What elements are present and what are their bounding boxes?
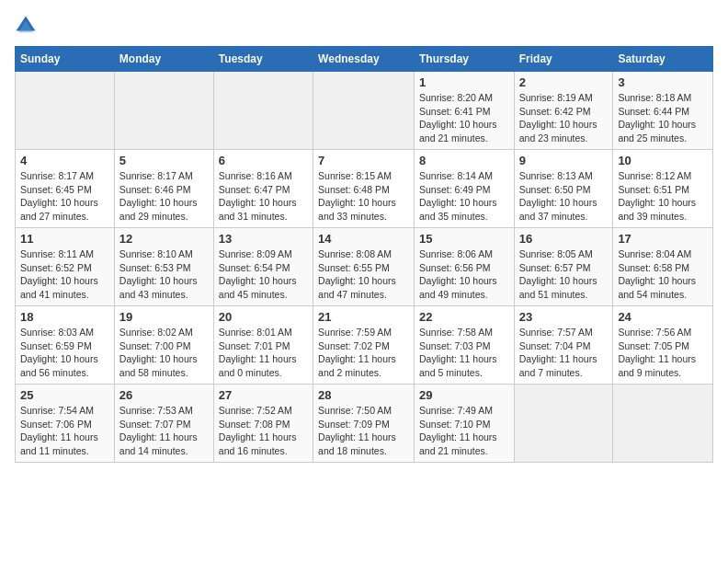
day-details: Sunrise: 8:13 AM Sunset: 6:50 PM Dayligh… [519,169,609,224]
calendar-week-row: 18Sunrise: 8:03 AM Sunset: 6:59 PM Dayli… [16,306,713,385]
day-details: Sunrise: 7:59 AM Sunset: 7:02 PM Dayligh… [318,326,409,380]
calendar-cell: 10Sunrise: 8:12 AM Sunset: 6:51 PM Dayli… [613,150,713,228]
day-number: 15 [419,232,509,246]
day-number: 4 [20,154,109,167]
day-number: 11 [20,232,109,246]
day-details: Sunrise: 8:15 AM Sunset: 6:48 PM Dayligh… [318,169,409,224]
calendar-week-row: 1Sunrise: 8:20 AM Sunset: 6:41 PM Daylig… [16,72,713,150]
day-details: Sunrise: 8:16 AM Sunset: 6:47 PM Dayligh… [219,169,308,224]
day-details: Sunrise: 8:18 AM Sunset: 6:44 PM Dayligh… [618,91,708,145]
calendar-cell: 13Sunrise: 8:09 AM Sunset: 6:54 PM Dayli… [213,228,313,306]
calendar-cell: 21Sunrise: 7:59 AM Sunset: 7:02 PM Dayli… [313,306,415,385]
day-number: 27 [219,388,308,402]
calendar-cell [213,72,313,150]
calendar-cell: 8Sunrise: 8:14 AM Sunset: 6:49 PM Daylig… [414,150,514,228]
calendar-cell: 23Sunrise: 7:57 AM Sunset: 7:04 PM Dayli… [514,306,613,385]
calendar-cell: 20Sunrise: 8:01 AM Sunset: 7:01 PM Dayli… [213,306,313,385]
day-number: 22 [419,310,509,324]
day-details: Sunrise: 8:17 AM Sunset: 6:46 PM Dayligh… [119,169,209,224]
calendar-week-row: 4Sunrise: 8:17 AM Sunset: 6:45 PM Daylig… [16,150,713,228]
day-number: 28 [318,388,409,402]
calendar-week-row: 25Sunrise: 7:54 AM Sunset: 7:06 PM Dayli… [16,385,713,463]
day-details: Sunrise: 7:53 AM Sunset: 7:07 PM Dayligh… [119,404,209,458]
day-number: 21 [318,310,409,324]
day-details: Sunrise: 8:14 AM Sunset: 6:49 PM Dayligh… [419,169,509,224]
calendar-cell [613,385,713,463]
day-number: 23 [519,310,609,324]
day-number: 10 [618,154,708,167]
page-header [15,15,713,37]
day-number: 2 [519,75,609,89]
day-details: Sunrise: 7:49 AM Sunset: 7:10 PM Dayligh… [419,404,509,458]
calendar-cell: 16Sunrise: 8:05 AM Sunset: 6:57 PM Dayli… [514,228,613,306]
day-number: 29 [419,388,509,402]
calendar-cell: 14Sunrise: 8:08 AM Sunset: 6:55 PM Dayli… [313,228,415,306]
day-details: Sunrise: 8:02 AM Sunset: 7:00 PM Dayligh… [119,326,209,380]
calendar-cell [514,385,613,463]
day-details: Sunrise: 8:19 AM Sunset: 6:42 PM Dayligh… [519,91,609,145]
day-details: Sunrise: 8:01 AM Sunset: 7:01 PM Dayligh… [219,326,308,380]
calendar-cell: 27Sunrise: 7:52 AM Sunset: 7:08 PM Dayli… [213,385,313,463]
weekday-header-cell: Thursday [414,47,514,72]
calendar-cell: 25Sunrise: 7:54 AM Sunset: 7:06 PM Dayli… [16,385,115,463]
calendar-cell [114,72,213,150]
calendar-cell: 18Sunrise: 8:03 AM Sunset: 6:59 PM Dayli… [16,306,115,385]
day-details: Sunrise: 7:58 AM Sunset: 7:03 PM Dayligh… [419,326,509,380]
weekday-header-cell: Saturday [613,47,713,72]
day-number: 1 [419,75,509,89]
day-number: 7 [318,154,409,167]
calendar-cell [313,72,415,150]
calendar-week-row: 11Sunrise: 8:11 AM Sunset: 6:52 PM Dayli… [16,228,713,306]
day-details: Sunrise: 8:03 AM Sunset: 6:59 PM Dayligh… [20,326,109,380]
calendar-cell: 4Sunrise: 8:17 AM Sunset: 6:45 PM Daylig… [16,150,115,228]
day-number: 8 [419,154,509,167]
day-details: Sunrise: 8:04 AM Sunset: 6:58 PM Dayligh… [618,247,708,302]
weekday-header-cell: Wednesday [313,47,415,72]
day-number: 9 [519,154,609,167]
day-number: 13 [219,232,308,246]
weekday-header-cell: Tuesday [213,47,313,72]
calendar-cell: 19Sunrise: 8:02 AM Sunset: 7:00 PM Dayli… [114,306,213,385]
day-number: 16 [519,232,609,246]
day-details: Sunrise: 8:08 AM Sunset: 6:55 PM Dayligh… [318,247,409,302]
calendar-cell: 7Sunrise: 8:15 AM Sunset: 6:48 PM Daylig… [313,150,415,228]
calendar-cell: 22Sunrise: 7:58 AM Sunset: 7:03 PM Dayli… [414,306,514,385]
logo-icon [15,15,37,37]
day-details: Sunrise: 7:56 AM Sunset: 7:05 PM Dayligh… [618,326,708,380]
day-details: Sunrise: 8:12 AM Sunset: 6:51 PM Dayligh… [618,169,708,224]
day-number: 20 [219,310,308,324]
calendar-cell [16,72,115,150]
weekday-header-row: SundayMondayTuesdayWednesdayThursdayFrid… [16,47,713,72]
calendar-cell: 1Sunrise: 8:20 AM Sunset: 6:41 PM Daylig… [414,72,514,150]
day-details: Sunrise: 7:54 AM Sunset: 7:06 PM Dayligh… [20,404,109,458]
day-number: 14 [318,232,409,246]
day-number: 5 [119,154,209,167]
calendar-cell: 29Sunrise: 7:49 AM Sunset: 7:10 PM Dayli… [414,385,514,463]
calendar-cell: 24Sunrise: 7:56 AM Sunset: 7:05 PM Dayli… [613,306,713,385]
calendar-cell: 26Sunrise: 7:53 AM Sunset: 7:07 PM Dayli… [114,385,213,463]
calendar-cell: 2Sunrise: 8:19 AM Sunset: 6:42 PM Daylig… [514,72,613,150]
day-details: Sunrise: 8:05 AM Sunset: 6:57 PM Dayligh… [519,247,609,302]
logo [15,15,40,37]
calendar-cell: 17Sunrise: 8:04 AM Sunset: 6:58 PM Dayli… [613,228,713,306]
calendar-cell: 9Sunrise: 8:13 AM Sunset: 6:50 PM Daylig… [514,150,613,228]
day-details: Sunrise: 8:17 AM Sunset: 6:45 PM Dayligh… [20,169,109,224]
day-number: 19 [119,310,209,324]
day-details: Sunrise: 8:10 AM Sunset: 6:53 PM Dayligh… [119,247,209,302]
calendar-cell: 5Sunrise: 8:17 AM Sunset: 6:46 PM Daylig… [114,150,213,228]
day-number: 6 [219,154,308,167]
day-number: 3 [618,75,708,89]
calendar-body: 1Sunrise: 8:20 AM Sunset: 6:41 PM Daylig… [16,72,713,463]
day-details: Sunrise: 7:57 AM Sunset: 7:04 PM Dayligh… [519,326,609,380]
day-number: 24 [618,310,708,324]
weekday-header-cell: Monday [114,47,213,72]
calendar-cell: 11Sunrise: 8:11 AM Sunset: 6:52 PM Dayli… [16,228,115,306]
weekday-header-cell: Friday [514,47,613,72]
day-number: 26 [119,388,209,402]
day-details: Sunrise: 8:11 AM Sunset: 6:52 PM Dayligh… [20,247,109,302]
calendar-cell: 28Sunrise: 7:50 AM Sunset: 7:09 PM Dayli… [313,385,415,463]
calendar-cell: 6Sunrise: 8:16 AM Sunset: 6:47 PM Daylig… [213,150,313,228]
day-details: Sunrise: 8:20 AM Sunset: 6:41 PM Dayligh… [419,91,509,145]
day-details: Sunrise: 8:06 AM Sunset: 6:56 PM Dayligh… [419,247,509,302]
calendar-cell: 12Sunrise: 8:10 AM Sunset: 6:53 PM Dayli… [114,228,213,306]
